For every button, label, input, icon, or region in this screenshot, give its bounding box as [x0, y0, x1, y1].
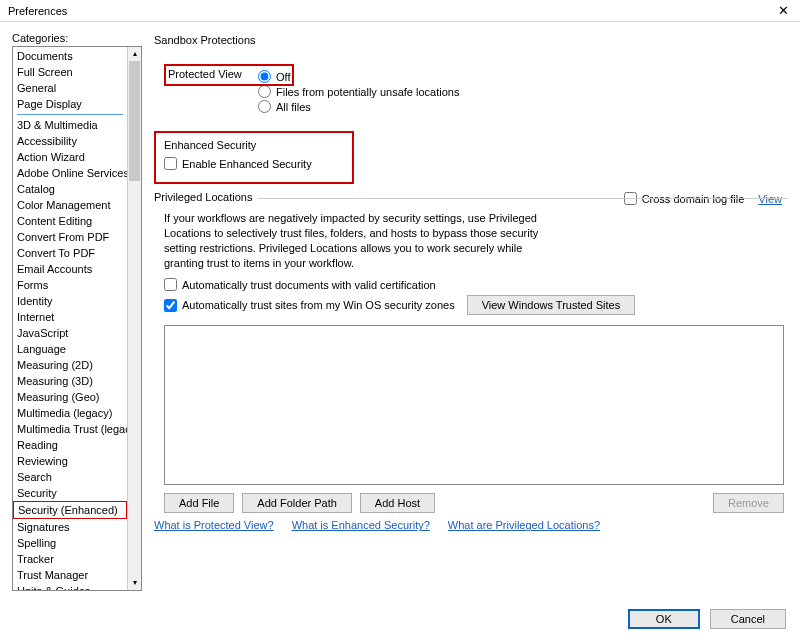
privileged-title: Privileged Locations — [154, 191, 258, 203]
sidebar-item[interactable]: Reviewing — [13, 453, 127, 469]
sidebar-item[interactable]: Email Accounts — [13, 261, 127, 277]
sidebar-item[interactable]: Measuring (2D) — [13, 357, 127, 373]
sidebar-item[interactable]: 3D & Multimedia — [13, 117, 127, 133]
sandbox-title: Sandbox Protections — [154, 32, 788, 46]
sidebar-item[interactable]: Security (Enhanced) — [13, 501, 127, 519]
cancel-button[interactable]: Cancel — [710, 609, 786, 629]
sidebar-item[interactable]: Documents — [13, 48, 127, 64]
sidebar-item[interactable]: Spelling — [13, 535, 127, 551]
sidebar-item[interactable]: Content Editing — [13, 213, 127, 229]
sidebar-item[interactable]: Adobe Online Services — [13, 165, 127, 181]
sidebar-item[interactable]: Signatures — [13, 519, 127, 535]
sidebar-item[interactable]: Multimedia Trust (legacy) — [13, 421, 127, 437]
sidebar-item[interactable]: Internet — [13, 309, 127, 325]
sidebar-item[interactable]: Forms — [13, 277, 127, 293]
privileged-locations-list[interactable] — [164, 325, 784, 485]
sidebar: Categories: DocumentsFull ScreenGeneralP… — [12, 32, 142, 591]
sidebar-item[interactable]: Measuring (3D) — [13, 373, 127, 389]
link-protected-view[interactable]: What is Protected View? — [154, 519, 274, 531]
sidebar-item[interactable]: Color Management — [13, 197, 127, 213]
sidebar-item[interactable]: Convert From PDF — [13, 229, 127, 245]
radio-all[interactable]: All files — [258, 100, 459, 113]
sidebar-item[interactable]: Units & Guides — [13, 583, 127, 591]
enhanced-title: Enhanced Security — [164, 139, 344, 151]
sidebar-item[interactable]: Language — [13, 341, 127, 357]
scroll-down-icon[interactable]: ▾ — [128, 576, 141, 590]
sidebar-item[interactable]: Multimedia (legacy) — [13, 405, 127, 421]
link-enhanced-security[interactable]: What is Enhanced Security? — [292, 519, 430, 531]
close-icon[interactable]: ✕ — [766, 0, 800, 22]
categories-label: Categories: — [12, 32, 142, 44]
sidebar-item[interactable]: Accessibility — [13, 133, 127, 149]
add-host-button[interactable]: Add Host — [360, 493, 435, 513]
window-title: Preferences — [8, 5, 67, 17]
scroll-thumb[interactable] — [129, 61, 140, 181]
sidebar-item[interactable]: Search — [13, 469, 127, 485]
protected-view-label: Protected View — [168, 68, 248, 115]
add-file-button[interactable]: Add File — [164, 493, 234, 513]
sidebar-item[interactable]: Tracker — [13, 551, 127, 567]
titlebar: Preferences ✕ — [0, 0, 800, 22]
sidebar-item[interactable]: Measuring (Geo) — [13, 389, 127, 405]
radio-unsafe[interactable]: Files from potentially unsafe locations — [258, 85, 459, 98]
sidebar-item[interactable]: Action Wizard — [13, 149, 127, 165]
categories-listbox[interactable]: DocumentsFull ScreenGeneralPage Display3… — [12, 46, 142, 591]
sidebar-item[interactable]: Page Display — [13, 96, 127, 112]
scroll-up-icon[interactable]: ▴ — [128, 47, 141, 61]
sidebar-item[interactable]: Security — [13, 485, 127, 501]
sidebar-item[interactable]: Convert To PDF — [13, 245, 127, 261]
main-panel: Sandbox Protections Protected View Off F… — [154, 32, 788, 591]
add-folder-button[interactable]: Add Folder Path — [242, 493, 352, 513]
dialog-footer: OK Cancel — [628, 609, 786, 629]
remove-button: Remove — [713, 493, 784, 513]
auto-trust-cert-checkbox[interactable]: Automatically trust documents with valid… — [164, 278, 784, 291]
ok-button[interactable]: OK — [628, 609, 700, 629]
privileged-help: If your workflows are negatively impacte… — [164, 211, 564, 270]
sidebar-item[interactable]: Reading — [13, 437, 127, 453]
sidebar-item[interactable]: Catalog — [13, 181, 127, 197]
enable-enhanced-checkbox[interactable]: Enable Enhanced Security — [164, 157, 344, 170]
radio-off[interactable]: Off — [258, 70, 459, 83]
sidebar-item[interactable]: General — [13, 80, 127, 96]
view-trusted-sites-button[interactable]: View Windows Trusted Sites — [467, 295, 636, 315]
sidebar-item[interactable]: Full Screen — [13, 64, 127, 80]
link-privileged-locations[interactable]: What are Privileged Locations? — [448, 519, 600, 531]
sidebar-item[interactable]: Identity — [13, 293, 127, 309]
sidebar-item[interactable]: JavaScript — [13, 325, 127, 341]
scrollbar[interactable]: ▴ ▾ — [127, 47, 141, 590]
sidebar-item[interactable]: Trust Manager — [13, 567, 127, 583]
auto-trust-os-checkbox[interactable]: Automatically trust sites from my Win OS… — [164, 299, 455, 312]
